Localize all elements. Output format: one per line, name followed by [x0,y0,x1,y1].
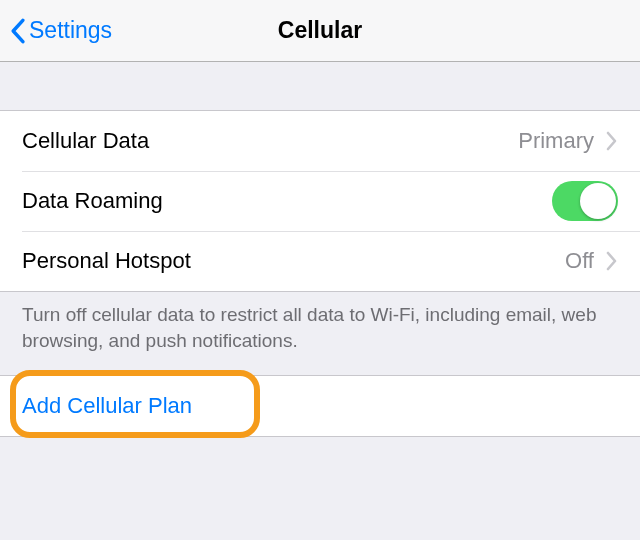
row-value: Primary [518,128,594,154]
section-spacer [0,353,640,375]
row-label: Add Cellular Plan [22,393,618,419]
group-footer-note: Turn off cellular data to restrict all d… [0,292,640,353]
chevron-right-icon [606,131,618,151]
nav-bar: Settings Cellular [0,0,640,62]
settings-group-main: Cellular Data Primary Data Roaming Perso… [0,110,640,292]
row-label: Data Roaming [22,188,552,214]
row-personal-hotspot[interactable]: Personal Hotspot Off [0,231,640,291]
row-label: Personal Hotspot [22,248,565,274]
section-spacer [0,62,640,110]
row-value: Off [565,248,594,274]
row-add-cellular-plan[interactable]: Add Cellular Plan [0,376,640,436]
back-button[interactable]: Settings [10,17,112,44]
row-data-roaming[interactable]: Data Roaming [0,171,640,231]
chevron-right-icon [606,251,618,271]
row-cellular-data[interactable]: Cellular Data Primary [0,111,640,171]
toggle-data-roaming[interactable] [552,181,618,221]
page-title: Cellular [278,17,362,44]
row-label: Cellular Data [22,128,518,154]
chevron-left-icon [10,18,25,44]
back-label: Settings [29,17,112,44]
settings-group-add-plan: Add Cellular Plan [0,375,640,437]
